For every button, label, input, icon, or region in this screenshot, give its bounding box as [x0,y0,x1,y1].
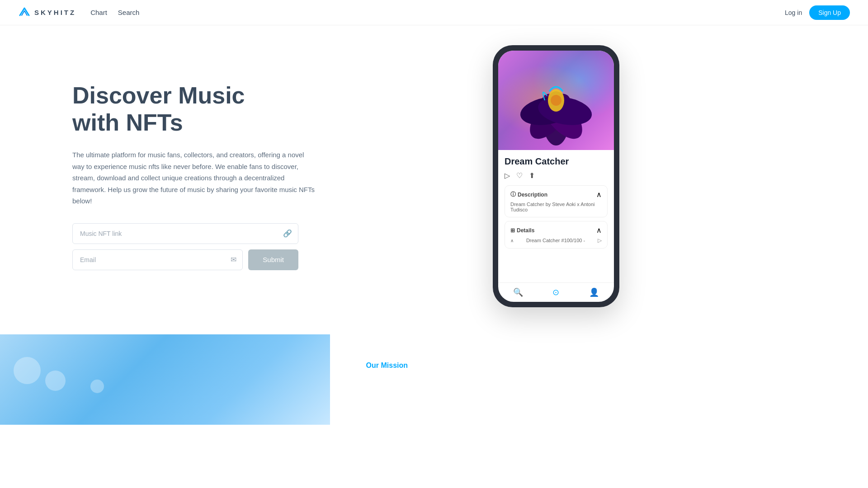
description-section: ⓘ Description ∧ Dream Catcher by Steve A… [505,185,608,217]
share-icon[interactable]: ⬆ [529,171,535,180]
description-header: ⓘ Description ∧ [510,190,602,199]
svg-point-6 [551,95,561,106]
orb-1 [14,357,41,384]
details-chevron[interactable]: ∧ [596,226,602,235]
phone-profile-icon[interactable]: 👤 [589,287,599,297]
phone-actions: ▷ ♡ ⬆ [505,171,608,180]
nav-links: Chart Search [90,9,785,16]
hero-description: The ultimate platform for music fans, co… [72,149,316,207]
email-input[interactable] [72,249,243,270]
phone-nft-title: Dream Catcher [505,156,608,167]
play-icon[interactable]: ▷ [505,171,510,180]
details-header: ⊞ Details ∧ [510,226,602,235]
hero-title: Discover Music with NFTs [72,82,316,136]
logo-icon [18,6,31,19]
details-icon: ⊞ [510,227,515,234]
details-title: ⊞ Details [510,227,534,234]
details-row: ∧ Dream Catcher #100/100 - ▷ [510,237,602,244]
description-title: ⓘ Description [510,191,547,198]
signup-button[interactable]: Sign Up [809,5,850,20]
phone-body: Dream Catcher ▷ ♡ ⬆ ⓘ Description [498,150,614,281]
our-mission-label: Our Mission [366,361,832,370]
orb-2 [90,380,104,393]
submit-button[interactable]: Submit [248,249,298,270]
hero-content: Discover Music with NFTs The ultimate pl… [72,82,316,270]
login-button[interactable]: Log in [785,9,802,16]
link-icon: 🔗 [283,229,292,238]
nft-link-input[interactable] [72,223,298,244]
description-content: Dream Catcher by Steve Aoki x Antoni Tud… [510,202,602,212]
details-section: ⊞ Details ∧ ∧ Dream Catcher #100/100 - ▷ [505,221,608,249]
nav-search[interactable]: Search [118,9,140,16]
orb-3 [45,371,66,391]
info-icon: ⓘ [510,191,516,198]
heart-icon[interactable]: ♡ [516,171,523,180]
phone-home-icon[interactable]: ⊙ [552,287,559,297]
logo-text: SKYHITZ [34,9,76,16]
phone-nft-image [498,51,614,150]
phone-mockup: Dream Catcher ▷ ♡ ⬆ ⓘ Description [493,45,619,307]
phone-search-icon[interactable]: 🔍 [513,287,523,297]
bottom-left-visual [0,334,330,425]
email-submit-row: ✉ Submit [72,249,298,270]
bottom-right-content: Our Mission [330,334,868,425]
bottom-section: Our Mission [0,334,868,425]
details-expand-icon: ∧ [510,238,514,243]
nav-chart[interactable]: Chart [90,9,107,16]
navbar: SKYHITZ Chart Search Log in Sign Up [0,0,868,25]
email-icon: ✉ [231,255,236,264]
phone-bottom-nav: 🔍 ⊙ 👤 [498,282,614,302]
phone-screen: Dream Catcher ▷ ♡ ⬆ ⓘ Description [498,51,614,302]
logo[interactable]: SKYHITZ [18,6,76,19]
nft-link-wrapper: 🔗 [72,223,298,244]
email-wrapper: ✉ [72,249,243,270]
hero-section: Discover Music with NFTs The ultimate pl… [0,0,868,334]
nav-actions: Log in Sign Up [785,5,850,20]
hero-form: 🔗 ✉ Submit [72,223,298,270]
phone-container: Dream Catcher ▷ ♡ ⬆ ⓘ Description [316,45,796,307]
details-play-icon[interactable]: ▷ [598,237,602,244]
orb-container [0,334,330,425]
flower-image [515,55,597,145]
details-content: Dream Catcher #100/100 - [526,238,585,243]
description-chevron[interactable]: ∧ [596,190,602,199]
